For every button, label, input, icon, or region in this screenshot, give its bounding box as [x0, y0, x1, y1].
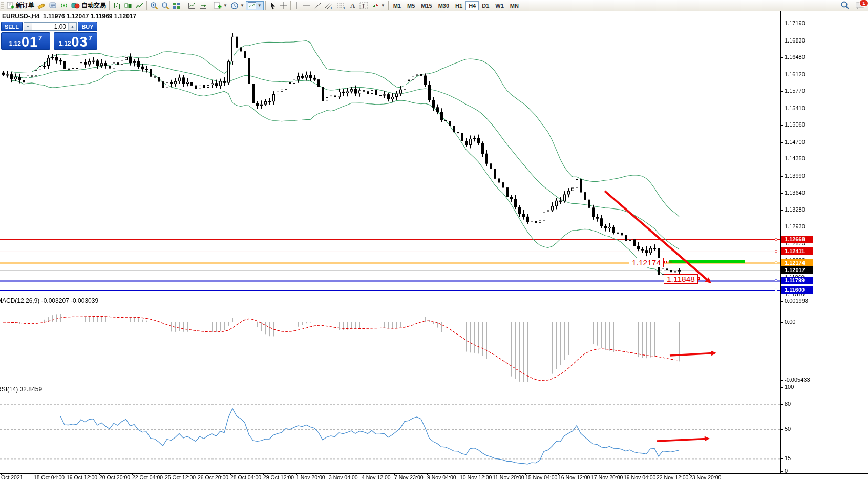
date-tick: 22 Nov 12:00 — [657, 474, 688, 480]
price-tick: 1.17190 — [785, 20, 805, 26]
sell-price-big: 01 — [22, 35, 38, 49]
price-tick: 1.13990 — [785, 173, 805, 179]
vertical-line-button[interactable] — [292, 1, 301, 11]
price-tick: 1.14700 — [785, 139, 805, 145]
price-callout-1.11848[interactable]: 1.11848 — [664, 274, 698, 284]
main-chart-canvas[interactable] — [0, 0, 868, 480]
fibonacci-button[interactable]: F — [335, 1, 348, 11]
text-button[interactable]: A — [348, 1, 358, 11]
date-tick: 1 Nov 20:00 — [296, 474, 325, 480]
crayon-icon — [37, 2, 46, 9]
sell-price-panel[interactable]: 1.12017 — [1, 32, 50, 50]
toolbar-grip[interactable] — [1, 2, 4, 10]
new-chart-button[interactable]: ▼ — [212, 1, 229, 11]
timeframe-H4[interactable]: H4 — [465, 1, 479, 10]
notifications-button[interactable]: 1 — [856, 1, 865, 9]
dropdown-caret-icon: ▼ — [258, 4, 262, 8]
toolbar-separator — [290, 1, 291, 10]
timeframe-H1[interactable]: H1 — [452, 1, 465, 10]
toolbar-separator — [184, 1, 184, 10]
volume-decrease-button[interactable]: ▼ — [24, 23, 32, 30]
templates-button[interactable]: ▼ — [246, 1, 264, 10]
new-order-label: 新订单 — [16, 1, 34, 10]
search-icon[interactable] — [840, 1, 850, 10]
sell-button[interactable]: SELL — [1, 22, 23, 31]
crosshair-style-button[interactable] — [36, 1, 47, 11]
toolbar-separator — [388, 1, 389, 10]
buy-button[interactable]: BUY — [78, 22, 97, 31]
new-order-button[interactable]: 新订单 — [5, 1, 36, 11]
rsi-axis-tick: 80 — [785, 401, 791, 407]
timeframe-MN[interactable]: MN — [507, 1, 522, 10]
signals-button[interactable] — [58, 1, 70, 11]
date-tick: 9 Nov 04:00 — [427, 474, 456, 480]
buy-price-panel[interactable]: 1.12037 — [54, 32, 97, 50]
zoom-in-button[interactable] — [149, 1, 160, 11]
timeframe-M15[interactable]: M15 — [418, 1, 435, 10]
date-tick: 10 Nov 12:00 — [460, 474, 492, 480]
bar-chart-button[interactable] — [111, 1, 122, 11]
macd-axis-tick: 0.00 — [785, 319, 795, 325]
price-badge-1.12017: 1.12017 — [781, 266, 813, 274]
auto-trading-button[interactable]: 自动交易 — [70, 1, 108, 11]
toolbar-separator — [146, 1, 147, 10]
buy-price-sup: 7 — [89, 34, 92, 42]
fibonacci-icon: F — [337, 2, 346, 10]
candlestick-chart-button[interactable] — [122, 1, 134, 11]
date-tick: 11 Nov 20:00 — [493, 474, 524, 480]
date-tick: 7 Nov 23:00 — [394, 474, 424, 480]
date-tick: 16 Nov 12:00 — [558, 474, 590, 480]
date-tick: 18 Oct 04:00 — [34, 474, 65, 480]
date-tick: 28 Oct 04:00 — [230, 474, 261, 480]
candlestick-chart-icon — [124, 2, 132, 10]
text-label-button[interactable]: T — [358, 1, 370, 11]
chart-shift-button[interactable] — [186, 1, 197, 11]
timeframe-M5[interactable]: M5 — [404, 1, 418, 10]
line-chart-button[interactable] — [134, 1, 145, 11]
rsi-axis-tick: 50 — [785, 426, 791, 432]
date-tick: 17 Nov 20:00 — [591, 474, 623, 480]
volume-increase-button[interactable]: ▲ — [68, 23, 76, 30]
tile-windows-button[interactable] — [171, 1, 182, 11]
vertical-line-icon — [294, 2, 299, 10]
price-tick: 1.13640 — [785, 190, 805, 196]
date-tick: 15 Nov 04:00 — [525, 474, 557, 480]
chart-shift-icon — [187, 2, 196, 10]
date-tick: 29 Oct 12:00 — [263, 474, 294, 480]
toolbar: 新订单 自动交易 ▼ ▼ ▼ E F A T ▼ M1M5M15M30H1H4D… — [0, 0, 868, 11]
svg-text:E: E — [331, 6, 333, 10]
horizontal-line-button[interactable] — [301, 1, 312, 11]
signal-icon — [60, 2, 68, 9]
price-tick: 1.16120 — [785, 71, 805, 77]
equidistant-channel-button[interactable]: E — [323, 1, 335, 11]
book-icon — [49, 2, 57, 9]
notification-count-badge: 1 — [859, 0, 868, 7]
timeframe-M1[interactable]: M1 — [390, 1, 404, 10]
cursor-button[interactable] — [267, 1, 278, 11]
trendline-button[interactable] — [312, 1, 323, 11]
volume-input[interactable]: 1.00 — [32, 23, 68, 30]
line-chart-icon — [135, 2, 143, 10]
date-tick: 3 Nov 04:00 — [329, 474, 358, 480]
date-tick: 23 Nov 20:00 — [689, 474, 721, 480]
auto-scroll-button[interactable] — [197, 1, 208, 11]
date-tick: 19 Oct 12:00 — [67, 474, 97, 480]
toolbar-separator — [265, 1, 266, 10]
price-callout-1.12174[interactable]: 1.12174 — [629, 258, 664, 267]
period-button[interactable]: ▼ — [229, 1, 246, 11]
auto-trading-icon — [71, 2, 80, 9]
svg-text:A: A — [350, 2, 355, 9]
crosshair-button[interactable] — [278, 1, 289, 11]
timeframe-M30[interactable]: M30 — [435, 1, 452, 10]
price-badge-1.11799: 1.11799 — [781, 277, 813, 284]
text-icon: A — [349, 2, 356, 9]
arrows-button[interactable]: ▼ — [370, 1, 387, 11]
toolbar-right: 1 — [840, 1, 865, 10]
bar-chart-icon — [113, 2, 121, 10]
buy-price-prefix: 1.12 — [59, 40, 71, 47]
timeframe-D1[interactable]: D1 — [479, 1, 492, 10]
timeframe-W1[interactable]: W1 — [492, 1, 507, 10]
market-depth-button[interactable] — [47, 1, 58, 11]
dropdown-caret-icon: ▼ — [240, 4, 244, 8]
zoom-out-button[interactable] — [160, 1, 171, 11]
